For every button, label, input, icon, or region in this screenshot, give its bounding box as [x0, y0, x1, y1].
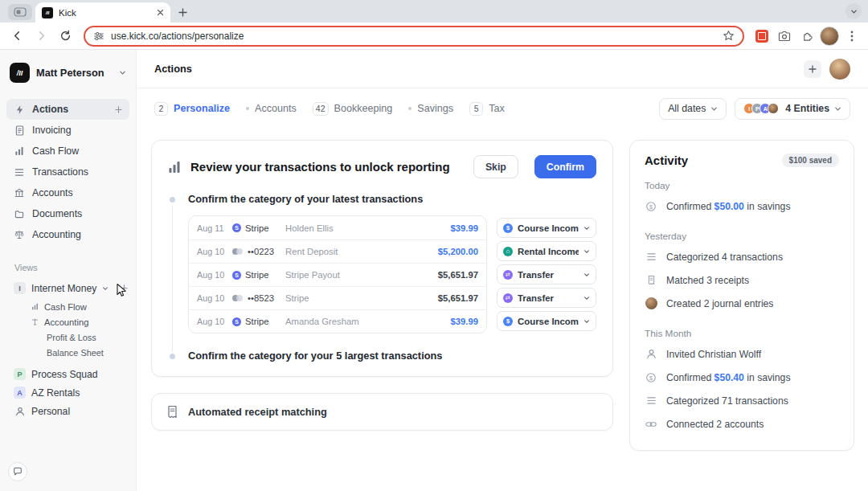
svg-text:$: $: [649, 203, 653, 209]
entities-filter-dropdown[interactable]: I P A 4 Entities: [735, 98, 850, 120]
tab-search-button[interactable]: [8, 4, 32, 20]
sidebar-item-accounts[interactable]: Accounts: [6, 182, 129, 203]
tab-tax[interactable]: 5 Tax: [469, 102, 505, 116]
category-dropdown[interactable]: Transfer: [497, 288, 596, 308]
site-settings-icon[interactable]: [93, 31, 104, 42]
address-bar[interactable]: use.kick.co/actions/personalize: [84, 26, 744, 47]
category-icon: [503, 317, 513, 326]
activity-item: $ Confirmed $50.00 in savings: [645, 194, 839, 218]
view-profit-loss[interactable]: Profit & Loss: [0, 329, 136, 345]
sidebar-item-cash-flow[interactable]: Cash Flow: [6, 141, 129, 162]
sidebar: /II Matt Peterson Actions Invoicing Cash…: [0, 50, 137, 491]
category-dropdown[interactable]: Transfer: [497, 264, 596, 284]
activity-text: Invited Christian Wolff: [666, 349, 761, 360]
tab-savings[interactable]: Savings: [408, 103, 453, 114]
coin-icon: $: [645, 201, 657, 212]
page-header: Actions: [137, 50, 868, 88]
transaction-date: Aug 10: [197, 293, 232, 303]
sidebar-item-transactions[interactable]: Transactions: [6, 162, 129, 182]
bar-chart-icon: [168, 161, 181, 174]
bolt-icon: [14, 104, 25, 115]
screenshot-camera-icon[interactable]: [775, 27, 794, 46]
url-text[interactable]: use.kick.co/actions/personalize: [111, 31, 716, 42]
activity-item: Categorized 71 transactions: [645, 389, 839, 412]
plus-icon[interactable]: [115, 106, 122, 113]
header-add-button[interactable]: [804, 60, 821, 78]
user-avatar[interactable]: [829, 59, 850, 80]
category-dropdown[interactable]: Rental Income: [497, 241, 596, 261]
card-title: Review your transactions to unlock repor…: [190, 160, 464, 174]
transaction-source: Stripe: [245, 223, 269, 233]
tab-close-icon[interactable]: [157, 9, 164, 16]
activity-panel: Activity $100 saved Today $ Confirmed $5…: [629, 140, 854, 451]
sidebar-item-label: Documents: [32, 208, 82, 219]
tab-accounts[interactable]: Accounts: [246, 103, 297, 114]
tab-strip-menu-button[interactable]: [845, 3, 862, 19]
entity-avatar-photo: [768, 103, 779, 114]
chevron-down-icon: [710, 105, 718, 113]
workspace-az-rentals[interactable]: A AZ Rentals: [0, 383, 136, 402]
new-tab-button[interactable]: [174, 3, 191, 21]
view-cash-flow[interactable]: Cash Flow: [0, 299, 136, 314]
bookmark-star-icon[interactable]: [723, 30, 735, 42]
scale-icon: [31, 318, 39, 325]
transaction-row[interactable]: Aug 10 Stripe Stripe Payout $5,651.97: [189, 263, 486, 286]
confirm-button[interactable]: Confirm: [534, 155, 596, 178]
transaction-row[interactable]: Aug 10 ••8523 Stripe $5,651.97: [189, 286, 486, 309]
sidebar-item-invoicing[interactable]: Invoicing: [6, 120, 129, 141]
category-dropdown[interactable]: Course Income: [497, 218, 596, 238]
tab-bookkeeping[interactable]: 42 Bookkeeping: [313, 102, 393, 116]
browser-profile-avatar[interactable]: [820, 27, 839, 46]
add-view-plus-icon[interactable]: [121, 284, 128, 292]
transaction-row[interactable]: Aug 10 ••0223 Rent Deposit $5,200.00: [189, 239, 486, 263]
sidebar-item-actions[interactable]: Actions: [6, 99, 129, 120]
receipt-matching-card[interactable]: Automated receipt matching: [151, 393, 613, 431]
sidebar-item-label: Invoicing: [32, 125, 72, 136]
back-button[interactable]: [6, 26, 27, 47]
skip-button[interactable]: Skip: [473, 155, 518, 178]
activity-text: Confirmed: [666, 201, 714, 212]
view-balance-sheet[interactable]: Balance Sheet: [0, 345, 136, 360]
workspace-process-squad[interactable]: P Process Squad: [0, 365, 136, 383]
savings-badge: $100 saved: [782, 153, 839, 167]
bar-chart-icon: [14, 146, 25, 156]
sidebar-item-accounting[interactable]: Accounting: [6, 224, 129, 245]
tab-count-badge: 42: [313, 102, 329, 116]
svg-text:$: $: [649, 374, 653, 380]
forward-button[interactable]: [31, 26, 51, 47]
browser-tab[interactable]: /II Kick: [35, 2, 170, 23]
workspace-personal[interactable]: Personal: [0, 402, 136, 420]
activity-group-label: Yesterday: [645, 231, 839, 242]
scale-icon: [14, 230, 25, 239]
date-filter-dropdown[interactable]: All dates: [659, 98, 727, 120]
receipt-icon: [645, 275, 657, 285]
extension-record-icon[interactable]: [752, 27, 772, 46]
person-icon: [14, 405, 26, 417]
link-icon: [645, 420, 657, 428]
account-switcher[interactable]: /II Matt Peterson: [0, 63, 136, 83]
transaction-amount: $39.99: [450, 317, 478, 326]
activity-text: in savings: [744, 372, 791, 383]
transaction-row[interactable]: Aug 10 Stripe Amanda Gresham $39.99: [189, 309, 486, 333]
entity-avatars: I P A: [743, 103, 779, 114]
reload-button[interactable]: [55, 26, 76, 47]
category-label: Course Income: [518, 223, 579, 233]
coin-icon: $: [645, 372, 657, 383]
chat-support-button[interactable]: [8, 462, 27, 481]
sidebar-item-label: Accounts: [32, 187, 73, 198]
tab-personalize[interactable]: 2 Personalize: [154, 102, 230, 116]
activity-item: Invited Christian Wolff: [645, 342, 839, 366]
category-dropdown[interactable]: Course Income: [497, 311, 596, 331]
extensions-puzzle-icon[interactable]: [797, 27, 817, 46]
sidebar-item-label: Actions: [32, 104, 68, 115]
sidebar-item-documents[interactable]: Documents: [6, 203, 129, 224]
card-title: Automated receipt matching: [188, 406, 327, 418]
list-icon: [645, 396, 657, 405]
workspace-internet-money[interactable]: I Internet Money: [0, 279, 136, 297]
category-label: Course Income: [518, 317, 579, 326]
browser-menu-kebab-icon[interactable]: [842, 27, 862, 46]
view-accounting[interactable]: Accounting: [0, 314, 136, 329]
person-icon: [645, 349, 657, 359]
tab-label: Accounts: [255, 103, 297, 114]
transaction-row[interactable]: Aug 11 Stripe Holden Ellis $39.99: [189, 216, 486, 239]
